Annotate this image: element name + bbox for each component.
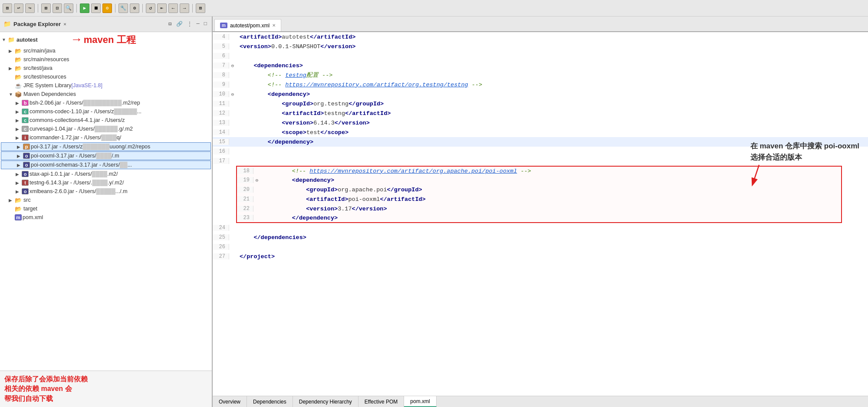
fold-19[interactable]: ⊖: [253, 177, 260, 183]
line-num-15: 15: [213, 139, 229, 145]
line-num-25: 25: [213, 234, 229, 240]
tab-dependencies[interactable]: Dependencies: [247, 396, 293, 407]
code-line-17: 17: [213, 156, 868, 166]
editor-area[interactable]: 4 <artifactId>autotest</artifactId> 5 <v…: [213, 32, 868, 396]
toolbar-btn-7[interactable]: 🔧: [118, 3, 128, 13]
toolbar-sep-5: [192, 4, 193, 13]
panel-menu-btn[interactable]: ⋮: [186, 20, 194, 28]
tree-item-target[interactable]: ▶ 📂 target: [0, 204, 212, 213]
curvesapi-arrow: ▶: [16, 127, 22, 131]
toolbar-btn-run[interactable]: ▶: [80, 3, 89, 13]
line-num-4: 4: [213, 34, 229, 40]
icommander-arrow: ▶: [16, 135, 22, 140]
tree-item-xmlbeans[interactable]: ▶ o xmlbeans-2.6.0.jar - /Users/█████...…: [0, 187, 212, 196]
line-num-23: 23: [237, 215, 253, 221]
toolbar-btn-11[interactable]: ←: [168, 3, 178, 13]
code-line-5: 5 <version>0.0.1-SNAPSHOT</version>: [213, 42, 868, 51]
bsh-label: bsh-2.0b6.jar - /Users/██████████.m2/rep: [30, 100, 140, 106]
stax-arrow: ▶: [16, 172, 22, 177]
poi-ooxml-label: poi-ooxml-3.17.jar - /Users/████/.m: [31, 153, 119, 159]
tree-item-maven-deps[interactable]: ▼ 📦 Maven Dependencies: [0, 90, 212, 98]
panel-max-btn[interactable]: □: [203, 20, 208, 28]
tree-item-commons-coll[interactable]: ▶ c commons-collections4-4.1.jar - /User…: [0, 116, 212, 125]
tree-item-bsh[interactable]: ▶ b bsh-2.0b6.jar - /Users/██████████.m2…: [0, 98, 212, 107]
testng-link[interactable]: testng: [285, 72, 306, 79]
tree-item-pomxml[interactable]: ▶ m pom.xml: [0, 213, 212, 222]
line-num-26: 26: [213, 244, 229, 250]
panel-link-btn[interactable]: 🔗: [175, 20, 184, 28]
toolbar-btn-6[interactable]: 🔍: [64, 3, 73, 13]
tree-item-src-test-res[interactable]: ▶ 📂 src/test/resources: [0, 72, 212, 81]
tree-item-poi-ooxml[interactable]: ▶ o poi-ooxml-3.17.jar - /Users/████/.m: [1, 151, 211, 160]
tab-pom-xml[interactable]: pom.xml: [404, 396, 436, 407]
tree-item-curvesapi[interactable]: ▶ c curvesapi-1.04.jar - /Users/██████.g…: [0, 125, 212, 133]
toolbar: ⊞ ↩ ↪ ⊠ ⊡ 🔍 ▶ ⏹ ⚙ 🔧 ⚙ ↺ ⇤ ← → ⊞: [0, 0, 868, 16]
fold-7[interactable]: ⊖: [229, 63, 236, 69]
code-content-12: <artifactId>testng</artifactId>: [236, 110, 868, 117]
code-content-18: <!-- https://mvnrepository.com/artifact/…: [260, 168, 841, 174]
poi-url-link[interactable]: https://mvnrepository.com/artifact/org.a…: [309, 168, 517, 174]
commons-coll-icon: c: [22, 117, 29, 123]
tree-item-jre[interactable]: ▶ ☕ JRE System Library [JavaSE-1.8]: [0, 81, 212, 90]
code-content-25: </dependencies>: [236, 234, 868, 241]
line-num-12: 12: [213, 110, 229, 116]
tree-area[interactable]: ▼ 📁 autotest → maven 工程 ▶ 📂 src/main/jav…: [0, 32, 212, 371]
commons-codec-icon: c: [22, 108, 29, 115]
bottom-annotation: 保存后除了会添加当前依赖相关的依赖 maven 会帮我们自动下载: [0, 371, 212, 407]
target-icon: 📂: [15, 206, 23, 212]
toolbar-btn-5[interactable]: ⊡: [53, 3, 62, 13]
toolbar-btn-3[interactable]: ↪: [25, 3, 35, 13]
toolbar-btn-debug[interactable]: ⚙: [102, 3, 112, 13]
commons-coll-arrow: ▶: [16, 118, 22, 123]
tree-item-testng[interactable]: ▶ t testng-6.14.3.jar - /Users/.████.y/.…: [0, 178, 212, 187]
toolbar-btn-4[interactable]: ⊠: [41, 3, 51, 13]
tree-item-commons-codec[interactable]: ▶ c commons-codec-1.10.jar - /Users/z███…: [0, 107, 212, 116]
maven-deps-arrow: ▼: [9, 92, 15, 97]
autotest-row-wrapper: ▼ 📁 autotest → maven 工程: [0, 33, 212, 46]
toolbar-btn-1[interactable]: ⊞: [3, 3, 12, 13]
annotation-text-maven: maven 工程: [84, 33, 136, 46]
code-line-4: 4 <artifactId>autotest</artifactId>: [213, 32, 868, 42]
panel-close-icon[interactable]: ✕: [63, 21, 66, 27]
toolbar-btn-10[interactable]: ⇤: [157, 3, 167, 13]
tree-item-src-main-java[interactable]: ▶ 📂 src/main/java: [0, 46, 212, 55]
toolbar-btn-8[interactable]: ⚙: [130, 3, 139, 13]
code-line-25: 25 </dependencies>: [213, 233, 868, 242]
toolbar-btn-9[interactable]: ↺: [146, 3, 155, 13]
panel-min-btn[interactable]: ─: [195, 20, 201, 28]
testng-url-link[interactable]: https://mvnrepository.com/artifact/org.t…: [285, 82, 468, 88]
tree-item-stax[interactable]: ▶ o stax-api-1.0.1.jar - /Users/████.m2/: [0, 170, 212, 178]
code-line-27: 27 </project>: [213, 252, 868, 261]
code-content-13: <version>6.14.3</version>: [236, 120, 868, 126]
toolbar-btn-13[interactable]: ⊞: [196, 3, 205, 13]
code-content-8: <!-- testng配置 -->: [236, 71, 868, 79]
line-num-19: 19: [237, 177, 253, 183]
fold-10[interactable]: ⊖: [229, 92, 236, 97]
tree-item-src[interactable]: ▶ 📂 src: [0, 196, 212, 204]
code-line-22: 22 <version>3.17</version>: [236, 204, 842, 213]
toolbar-btn-12[interactable]: →: [180, 3, 189, 13]
code-content-9: <!-- https://mvnrepository.com/artifact/…: [236, 82, 868, 88]
src-test-java-arrow: ▶: [9, 66, 15, 71]
tab-dep-hierarchy[interactable]: Dependency Hierarchy: [293, 396, 358, 407]
tree-item-src-main-res[interactable]: ▶ 📂 src/main/resources: [0, 55, 212, 64]
toolbar-btn-2[interactable]: ↩: [14, 3, 23, 13]
tree-item-poi[interactable]: ▶ p poi-3.17.jar - /Users/z███████uuong/…: [1, 142, 211, 151]
tree-item-poi-schemas[interactable]: ▶ o poi-ooxml-schemas-3.17.jar - /Users/…: [1, 161, 211, 169]
annotation-save-text: 保存后除了会添加当前依赖相关的依赖 maven 会帮我们自动下载: [4, 375, 88, 402]
editor-tab-pomxml[interactable]: m autotest/pom.xml ✕: [214, 19, 281, 31]
tab-overview[interactable]: Overview: [213, 396, 247, 407]
line-num-11: 11: [213, 101, 229, 107]
autotest-icon: 📁: [8, 36, 16, 43]
tab-effective-pom[interactable]: Effective POM: [358, 396, 404, 407]
xmlbeans-label: xmlbeans-2.6.0.jar - /Users/█████.../.m: [30, 188, 128, 194]
tree-item-icommander[interactable]: ▶ i icommander-1.72.jar - /Users/████q/: [0, 133, 212, 142]
panel-collapse-btn[interactable]: ⊟: [167, 20, 173, 28]
code-line-9: 9 <!-- https://mvnrepository.com/artifac…: [213, 80, 868, 89]
tab-label: autotest/pom.xml: [230, 23, 270, 29]
commons-codec-label: commons-codec-1.10.jar - /Users/z██████.…: [30, 108, 141, 115]
tree-item-autotest[interactable]: ▼ 📁 autotest: [0, 36, 69, 44]
tree-item-src-test-java[interactable]: ▶ 📂 src/test/java: [0, 64, 212, 72]
toolbar-btn-stop[interactable]: ⏹: [91, 3, 101, 13]
tab-close-icon[interactable]: ✕: [272, 23, 276, 28]
